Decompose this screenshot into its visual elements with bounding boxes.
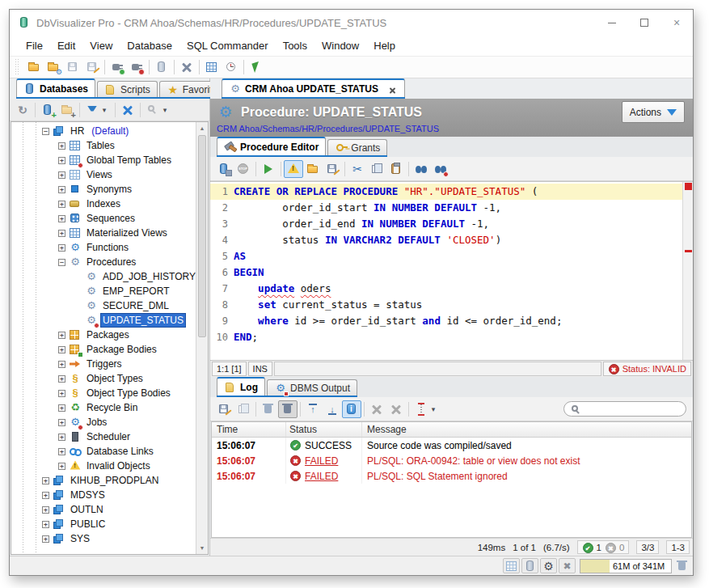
tree-item-update-status[interactable]: ⚙UPDATE_STATUS [11,313,196,328]
tree-item-package-bodies[interactable]: +Package Bodies [11,342,196,357]
tree-item-tables[interactable]: +Tables [11,138,196,153]
error-overview-ruler[interactable] [682,182,693,360]
code-line-9[interactable]: 9 where id >= order_id_start and id <= o… [210,313,682,329]
expand-node-icon[interactable]: + [42,506,49,514]
code-line-8[interactable]: 8 set current_status = status [210,297,682,313]
insert-mode[interactable]: INS [248,362,272,376]
menu-file[interactable]: File [19,38,49,53]
tab-scripts[interactable]: Scripts [97,81,158,97]
tab-procedure-editor[interactable]: Procedure Editor [217,137,326,155]
stop-button[interactable]: STOP [234,160,253,178]
tree-item-outln[interactable]: +OUTLN [11,502,196,517]
code-line-3[interactable]: 3 order_id_end IN NUMBER DEFAULT -1, [210,216,682,232]
close-window-button[interactable]: × [660,10,693,36]
caret-down-button[interactable]: ▾ [162,101,173,119]
expand-node-icon[interactable]: + [58,346,65,353]
log-row[interactable]: 15:06:07✖FAILEDPL/SQL: ORA-00942: table … [212,453,691,468]
expand-node-icon[interactable]: + [58,434,65,441]
code-line-5[interactable]: 5AS [210,248,682,264]
show-info-button[interactable]: i [342,400,361,418]
clear-log-on-execute-button[interactable] [278,400,298,418]
table-grid-status-button[interactable] [503,558,520,573]
tree-item-functions[interactable]: +⚙Functions [11,240,196,255]
expand-node-icon[interactable]: + [42,521,49,528]
tab-log[interactable]: Log [217,377,265,396]
clear-log-button[interactable] [259,400,278,418]
memory-gauge[interactable]: 61M of 341M [580,559,672,573]
expand-node-icon[interactable]: + [58,157,65,164]
toolbar-grip[interactable] [15,59,20,75]
tree-item-scheduler[interactable]: +Scheduler [11,429,196,444]
save-procedure-button[interactable] [214,160,234,178]
save-as-button[interactable] [82,58,102,76]
column-header-time[interactable]: Time [212,422,286,437]
copy-log-button[interactable] [234,400,253,418]
tab-dbms-output[interactable]: ⚙DBMS Output [267,379,357,396]
clear-status-button[interactable]: ✖ [559,558,576,573]
scrollbar-track[interactable] [196,337,208,542]
execute-button[interactable] [259,160,278,178]
save-button[interactable] [63,58,82,76]
create-database-connection-button[interactable]: + [38,101,57,119]
log-row[interactable]: 15:06:07✔SUCCESSSource code was compiled… [212,438,691,453]
tool-properties-button[interactable] [177,58,196,76]
log-row[interactable]: 15:06:07✖FAILEDPL/SQL: SQL Statement ign… [212,468,691,484]
expand-node-icon[interactable]: + [42,535,49,543]
tree-item-kihub-prodplan[interactable]: +KIHUB_PRODPLAN [11,473,196,488]
collapse-rows-button[interactable] [386,400,406,418]
expand-node-icon[interactable]: + [58,186,65,193]
tree-item-add-job-history[interactable]: ⚙ADD_JOB_HISTORY [11,269,196,284]
expand-node-icon[interactable]: + [42,477,49,484]
locate-object-button[interactable] [143,101,162,119]
tree-item-views[interactable]: +Views [11,167,196,182]
tree-item-materialized-views[interactable]: +Materialized Views [11,226,196,240]
tree-item-hr[interactable]: −HR(Default) [11,124,196,138]
scroll-to-bottom-button[interactable]: ↓ [323,400,342,418]
compile-warnings-button[interactable] [284,160,303,178]
tree-scrollbar[interactable]: ▲ ▼ [196,122,208,554]
cut-button[interactable]: ✂ [348,160,367,178]
tab-databases[interactable]: Databases [16,78,95,97]
refresh-button[interactable]: ↻ [13,101,32,119]
minimize-button[interactable] [596,10,628,36]
tree-item-sys[interactable]: +SYS [11,531,196,546]
expand-node-icon[interactable]: + [58,375,65,383]
caret-down-button[interactable]: ▾ [102,101,112,119]
create-folder-button[interactable]: + [57,101,77,119]
find-button[interactable] [411,160,431,178]
actions-button[interactable]: Actions [622,101,685,123]
open-settings-button[interactable]: ⚙ [44,58,63,76]
tree-item-secure-dml[interactable]: ⚙SECURE_DML [11,298,196,313]
code-line-10[interactable]: 10END; [210,329,682,345]
load-from-file-button[interactable] [303,160,323,178]
connections-status-button[interactable] [521,558,538,573]
collapse-node-icon[interactable]: − [58,259,65,266]
log-table-header[interactable]: Time Status Message [212,422,691,438]
expand-node-icon[interactable]: + [58,215,65,222]
column-header-status[interactable]: Status [286,422,362,437]
expand-node-icon[interactable]: + [58,448,65,455]
find-replace-button[interactable] [431,160,450,178]
settings-status-button[interactable]: ⚙ [540,558,557,573]
menu-edit[interactable]: Edit [51,38,82,53]
collapse-node-icon[interactable]: − [42,128,49,135]
paste-button[interactable] [386,160,406,178]
scroll-down-arrow[interactable]: ▼ [196,542,208,554]
expand-node-icon[interactable]: + [58,244,65,252]
column-header-message[interactable]: Message [362,422,691,437]
scroll-to-top-button[interactable]: ↑ [303,400,323,418]
tree-item-global-temp-tables[interactable]: +Global Temp Tables [11,153,196,167]
scrollbar-thumb[interactable] [198,135,206,337]
tab-grants[interactable]: Grants [327,139,387,155]
fit-row-height-button[interactable] [411,400,431,418]
open-file-button[interactable] [24,58,44,76]
caret-down-button[interactable]: ▾ [431,400,441,418]
menu-window[interactable]: Window [315,38,365,53]
scroll-up-arrow[interactable]: ▲ [196,122,208,134]
maximize-button[interactable] [628,10,660,36]
tree-item-public[interactable]: +PUBLIC [11,517,196,531]
tree-item-sequences[interactable]: +Sequences [11,211,196,226]
connect-button[interactable] [108,58,127,76]
menu-sql-commander[interactable]: SQL Commander [180,38,275,53]
expand-node-icon[interactable]: + [58,404,65,412]
